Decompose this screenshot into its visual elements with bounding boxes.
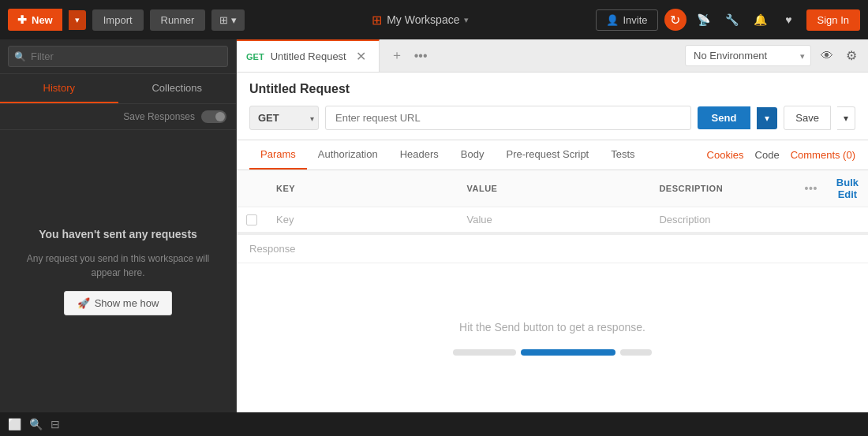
new-button[interactable]: ✚ New bbox=[8, 9, 62, 31]
request-tab-untitled[interactable]: GET Untitled Request ✕ bbox=[237, 39, 380, 72]
workspace-arrow[interactable]: ▾ bbox=[464, 15, 469, 25]
main-layout: 🔍 History Collections Save Responses You… bbox=[0, 39, 868, 412]
comments-link[interactable]: Comments (0) bbox=[791, 149, 855, 161]
env-bar: No Environment ▾ 👁 ⚙ bbox=[677, 39, 868, 72]
row-value-cell[interactable]: Value bbox=[457, 207, 649, 233]
sidebar-empty-state: You haven't sent any requests Any reques… bbox=[0, 130, 236, 412]
layout-button[interactable]: ⊞ ▾ bbox=[211, 9, 245, 31]
plus-icon: ✚ bbox=[17, 13, 27, 26]
search-wrap: 🔍 bbox=[8, 46, 228, 67]
tab-env-bar: GET Untitled Request ✕ ＋ ••• No Environm… bbox=[237, 39, 868, 73]
row-checkbox[interactable] bbox=[246, 214, 257, 225]
tab-method-badge: GET bbox=[246, 52, 264, 61]
right-panel: GET Untitled Request ✕ ＋ ••• No Environm… bbox=[237, 39, 868, 412]
col-key-header: KEY bbox=[267, 170, 457, 207]
response-area: Response Hit the Send button to get a re… bbox=[237, 233, 868, 412]
progress-segment-3 bbox=[620, 349, 652, 356]
progress-segment-2 bbox=[521, 349, 615, 356]
rocket-icon: 🚀 bbox=[77, 297, 90, 309]
tab-authorization[interactable]: Authorization bbox=[307, 140, 389, 170]
tab-history[interactable]: History bbox=[0, 74, 118, 103]
bell-icon[interactable]: 🔔 bbox=[750, 9, 772, 31]
response-body: Hit the Send button to get a response. bbox=[237, 263, 868, 412]
url-bar: GET POST PUT DELETE ▾ Send ▾ Save ▾ bbox=[249, 106, 855, 130]
bulk-edit-header: Bulk Edit bbox=[827, 170, 868, 207]
row-checkbox-cell bbox=[237, 207, 267, 233]
satellite-icon[interactable]: 📡 bbox=[693, 9, 715, 31]
save-responses-label: Save Responses bbox=[123, 111, 195, 122]
code-link[interactable]: Code bbox=[755, 149, 780, 161]
workspace-center: ⊞ My Workspace ▾ bbox=[251, 13, 589, 28]
sidebar-tabs: History Collections bbox=[0, 74, 236, 104]
tab-add-area: ＋ ••• bbox=[380, 39, 439, 72]
bottom-console-icon[interactable]: ⬜ bbox=[8, 418, 21, 430]
bottom-bar: ⬜ 🔍 ⊟ bbox=[0, 412, 868, 436]
sync-icon[interactable]: ↻ bbox=[664, 9, 687, 31]
request-area: Untitled Request GET POST PUT DELETE ▾ S… bbox=[237, 73, 868, 140]
row-desc-cell[interactable]: Description bbox=[649, 207, 795, 233]
tab-collections[interactable]: Collections bbox=[118, 74, 237, 103]
tab-close-button[interactable]: ✕ bbox=[353, 47, 369, 65]
more-options-icon[interactable]: ••• bbox=[805, 182, 817, 195]
save-responses-toggle[interactable] bbox=[201, 110, 226, 123]
save-dropdown-button[interactable]: ▾ bbox=[837, 106, 855, 130]
env-select-wrap: No Environment ▾ bbox=[685, 45, 811, 66]
send-button[interactable]: Send bbox=[698, 106, 751, 129]
env-select[interactable]: No Environment bbox=[685, 45, 811, 66]
table-row: Key Value Description bbox=[237, 207, 868, 233]
cookies-link[interactable]: Cookies bbox=[707, 149, 744, 161]
empty-title: You haven't sent any requests bbox=[39, 228, 197, 240]
empty-text: Any request you send in this workspace w… bbox=[16, 252, 220, 280]
save-responses-row: Save Responses bbox=[0, 104, 236, 130]
tab-headers[interactable]: Headers bbox=[389, 140, 450, 170]
col-desc-header: DESCRIPTION bbox=[649, 170, 795, 207]
method-select[interactable]: GET POST PUT DELETE bbox=[249, 106, 319, 130]
signin-button[interactable]: Sign In bbox=[806, 9, 860, 31]
response-header: Response bbox=[237, 235, 868, 263]
workspace-label[interactable]: My Workspace bbox=[387, 13, 459, 26]
workspace-icon: ⊞ bbox=[372, 13, 382, 28]
heart-icon[interactable]: ♥ bbox=[778, 9, 800, 31]
col-value-header: VALUE bbox=[457, 170, 649, 207]
bottom-layout-icon[interactable]: ⊟ bbox=[51, 418, 60, 430]
topbar-right: 👤 Invite ↻ 📡 🔧 🔔 ♥ Sign In bbox=[596, 9, 860, 31]
send-dropdown-button[interactable]: ▾ bbox=[757, 107, 777, 129]
env-eye-button[interactable]: 👁 bbox=[817, 46, 836, 66]
row-actions-cell bbox=[795, 207, 827, 233]
sidebar: 🔍 History Collections Save Responses You… bbox=[0, 39, 237, 412]
tab-body[interactable]: Body bbox=[450, 140, 496, 170]
wrench-icon[interactable]: 🔧 bbox=[721, 9, 743, 31]
params-section: KEY VALUE DESCRIPTION ••• Bulk Edit bbox=[237, 170, 868, 233]
search-icon: 🔍 bbox=[14, 51, 26, 62]
topbar: ✚ New ▾ Import Runner ⊞ ▾ ⊞ My Workspace… bbox=[0, 0, 868, 39]
method-wrap: GET POST PUT DELETE ▾ bbox=[249, 106, 319, 130]
response-progress-bar bbox=[453, 349, 652, 356]
more-tabs-button[interactable]: ••• bbox=[411, 47, 431, 65]
layout-arrow: ▾ bbox=[231, 14, 237, 26]
response-hint-text: Hit the Send button to get a response. bbox=[459, 321, 645, 334]
tab-pre-request[interactable]: Pre-request Script bbox=[495, 140, 600, 170]
tab-request-title: Untitled Request bbox=[271, 50, 346, 62]
url-input[interactable] bbox=[325, 106, 691, 130]
runner-button[interactable]: Runner bbox=[150, 9, 206, 31]
show-me-button[interactable]: 🚀 Show me how bbox=[64, 291, 173, 315]
params-table: KEY VALUE DESCRIPTION ••• Bulk Edit bbox=[237, 170, 868, 233]
tab-tests[interactable]: Tests bbox=[600, 140, 645, 170]
add-tab-button[interactable]: ＋ bbox=[387, 46, 406, 65]
row-extra-cell bbox=[827, 207, 868, 233]
bottom-search-icon[interactable]: 🔍 bbox=[29, 418, 43, 430]
import-button[interactable]: Import bbox=[92, 9, 144, 31]
tab-params[interactable]: Params bbox=[249, 140, 307, 170]
col-actions-header: ••• bbox=[795, 170, 827, 207]
save-button[interactable]: Save bbox=[784, 106, 831, 130]
invite-button[interactable]: 👤 Invite bbox=[596, 9, 657, 31]
request-tabs-right: Cookies Code Comments (0) bbox=[707, 149, 855, 161]
new-dropdown-arrow[interactable]: ▾ bbox=[69, 10, 86, 30]
filter-input[interactable] bbox=[8, 46, 228, 67]
env-settings-button[interactable]: ⚙ bbox=[843, 45, 860, 66]
progress-segment-1 bbox=[453, 349, 516, 356]
bulk-edit-button[interactable]: Bulk Edit bbox=[836, 177, 859, 200]
request-tabs: Params Authorization Headers Body Pre-re… bbox=[237, 140, 868, 170]
row-key-cell[interactable]: Key bbox=[267, 207, 457, 233]
invite-icon: 👤 bbox=[606, 14, 619, 26]
